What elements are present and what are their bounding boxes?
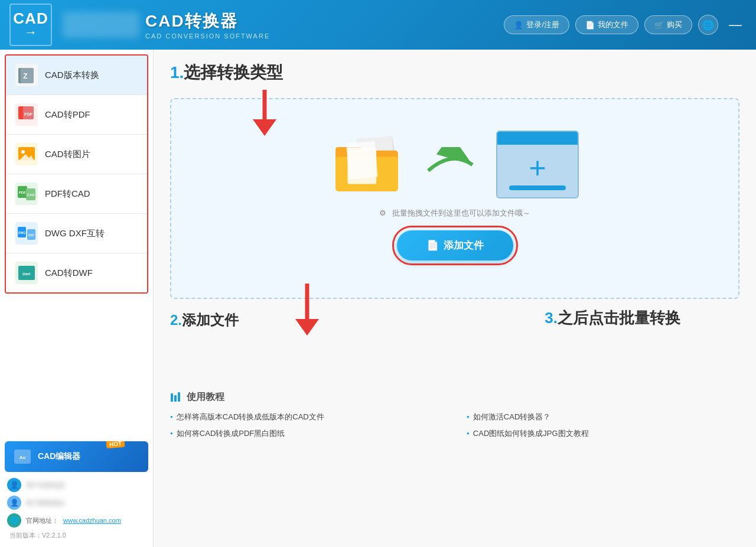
svg-text:DWG: DWG bbox=[18, 231, 25, 235]
tutorial-link-3[interactable]: CAD图纸如何转换成JPG图文教程 bbox=[467, 428, 739, 439]
to-pdf-icon: PDF bbox=[15, 103, 38, 126]
sidebar-info: 👤 用户名称信息 👤 电子邮箱地址 🌐 官网地址： www.cadzhuan.c… bbox=[5, 472, 148, 542]
my-files-button[interactable]: 📄 我的文件 bbox=[575, 15, 638, 34]
to-img-icon bbox=[15, 143, 38, 165]
svg-rect-33 bbox=[171, 393, 173, 402]
target-box: + bbox=[496, 131, 579, 198]
transfer-arrow-icon bbox=[425, 147, 478, 183]
tutorial-section: 使用教程 怎样将高版本CAD转换成低版本的CAD文件 如何激活CAD转换器？ 如… bbox=[170, 391, 739, 439]
globe-row: 🌐 官网地址： www.cadzhuan.com bbox=[7, 513, 146, 528]
from-pdf-icon: PDF CAD bbox=[15, 183, 38, 205]
to-dwf-label: CAD转DWF bbox=[45, 268, 93, 279]
svg-text:Z: Z bbox=[23, 72, 27, 80]
step1-text: 选择转换类型 bbox=[184, 63, 283, 82]
step-labels: 2.添加文件 3.之后点击批量转换 bbox=[170, 311, 739, 340]
tutorial-link-1[interactable]: 如何将CAD转换成PDF黑白图纸 bbox=[170, 428, 443, 439]
svg-text:PDF: PDF bbox=[24, 112, 33, 116]
user-name-blurred: 用户名称信息 bbox=[26, 481, 65, 490]
editor-banner[interactable]: HOT Au CAD编辑器 bbox=[5, 441, 148, 472]
dwg-dxf-icon: DWG DXF bbox=[15, 222, 38, 245]
arrow1-container bbox=[247, 90, 282, 137]
tutorial-links-grid: 怎样将高版本CAD转换成低版本的CAD文件 如何激活CAD转换器？ 如何将CAD… bbox=[170, 412, 739, 439]
add-file-button[interactable]: 📄 添加文件 bbox=[397, 230, 513, 261]
svg-text:PDF: PDF bbox=[19, 191, 26, 194]
login-register-button[interactable]: 👤 登录/注册 bbox=[504, 15, 569, 34]
dwg-dxf-label: DWG DXF互转 bbox=[45, 228, 105, 239]
user-avatar-icon: 👤 bbox=[7, 478, 21, 492]
logo-title-area: CAD转换器 CAD CONVERSION SOFTWARE bbox=[145, 10, 270, 40]
version-label: 当前版本：V2.2.1.0 bbox=[7, 531, 66, 540]
svg-point-7 bbox=[21, 150, 25, 154]
sidebar-bottom: HOT Au CAD编辑器 👤 用户名称信息 👤 电子邮箱地址 🌐 bbox=[0, 434, 153, 547]
to-pdf-label: CAD转PDF bbox=[45, 109, 90, 121]
step1-number: 1. bbox=[170, 63, 184, 82]
drop-zone-wrapper: + ⚙ 批量拖拽文件到这里也可以添加文件哦～ 📄 添加文件 bbox=[170, 98, 739, 299]
sidebar-item-to-img[interactable]: CAD转图片 bbox=[6, 135, 147, 174]
svg-rect-34 bbox=[174, 395, 177, 402]
target-plus-icon: + bbox=[529, 151, 546, 185]
sidebar-item-version[interactable]: Z CAD版本转换 bbox=[6, 56, 147, 95]
header-right-actions: 👤 登录/注册 📄 我的文件 🛒 购买 🌐 — bbox=[504, 15, 747, 35]
drop-hint-text: 批量拖拽文件到这里也可以添加文件哦～ bbox=[392, 209, 530, 217]
website-url[interactable]: www.cadzhuan.com bbox=[63, 517, 121, 524]
sidebar-item-dwg-dxf[interactable]: DWG DXF DWG DXF互转 bbox=[6, 214, 147, 253]
step2-title: 2.添加文件 bbox=[170, 312, 239, 328]
buy-button[interactable]: 🛒 购买 bbox=[644, 15, 692, 34]
svg-marker-22 bbox=[253, 119, 276, 136]
sidebar-item-to-dwf[interactable]: DWF CAD转DWF bbox=[6, 253, 147, 292]
main-layout: Z CAD版本转换 PDF CAD转PDF bbox=[0, 50, 756, 547]
step1-arrow-icon bbox=[247, 90, 282, 137]
login-label: 登录/注册 bbox=[526, 19, 559, 30]
editor-icon: Au bbox=[13, 447, 32, 466]
to-img-label: CAD转图片 bbox=[45, 149, 90, 160]
drop-hint: ⚙ 批量拖拽文件到这里也可以添加文件哦～ bbox=[379, 208, 530, 219]
target-box-header bbox=[497, 132, 578, 145]
logo-box: CAD → bbox=[9, 4, 52, 46]
avatar-row: 👤 电子邮箱地址 bbox=[7, 496, 146, 510]
svg-text:DWF: DWF bbox=[22, 272, 31, 276]
svg-rect-35 bbox=[178, 392, 180, 402]
tutorial-header-icon bbox=[170, 392, 182, 403]
cart-icon: 🛒 bbox=[654, 21, 664, 30]
website-label: 官网地址： bbox=[26, 516, 58, 525]
email-blurred: 电子邮箱地址 bbox=[26, 499, 65, 507]
sidebar-item-from-pdf[interactable]: PDF CAD PDF转CAD bbox=[6, 174, 147, 214]
editor-label: CAD编辑器 bbox=[38, 451, 80, 462]
target-box-bar bbox=[509, 185, 565, 190]
svg-text:Au: Au bbox=[19, 455, 26, 460]
drop-illustration: + bbox=[331, 131, 579, 198]
step3-label-container: 3.之后点击批量转换 bbox=[545, 308, 680, 328]
user-info-row: 👤 用户名称信息 bbox=[7, 478, 146, 492]
tutorial-title: 使用教程 bbox=[187, 391, 224, 403]
tutorial-link-2[interactable]: 如何激活CAD转换器？ bbox=[467, 412, 739, 422]
version-row: 当前版本：V2.2.1.0 bbox=[7, 531, 146, 540]
svg-rect-29 bbox=[346, 141, 378, 179]
minimize-button[interactable]: — bbox=[724, 17, 747, 32]
version-label: CAD版本转换 bbox=[45, 70, 99, 81]
app-subtitle: CAD CONVERSION SOFTWARE bbox=[145, 32, 270, 40]
step3-title: 3.之后点击批量转换 bbox=[545, 309, 680, 327]
sidebar-item-to-pdf[interactable]: PDF CAD转PDF bbox=[6, 95, 147, 135]
app-title: CAD转换器 bbox=[145, 10, 270, 32]
buy-label: 购买 bbox=[667, 19, 682, 30]
hot-badge: HOT bbox=[106, 441, 125, 448]
folder-icon bbox=[331, 132, 408, 197]
sidebar: Z CAD版本转换 PDF CAD转PDF bbox=[0, 50, 154, 547]
person-icon: 👤 bbox=[7, 496, 21, 510]
logo-area: CAD → CAD转换器 CAD CONVERSION SOFTWARE bbox=[9, 4, 270, 46]
step3-text: 之后点击批量转换 bbox=[558, 309, 680, 327]
app-header: CAD → CAD转换器 CAD CONVERSION SOFTWARE 👤 登… bbox=[0, 0, 756, 50]
logo-cad-text: CAD bbox=[13, 11, 48, 26]
user-icon: 👤 bbox=[514, 21, 523, 30]
version-icon: Z bbox=[15, 64, 38, 86]
tutorial-link-0[interactable]: 怎样将高版本CAD转换成低版本的CAD文件 bbox=[170, 412, 443, 422]
to-dwf-icon: DWF bbox=[15, 262, 38, 284]
logo-arrow-icon: → bbox=[24, 26, 37, 39]
files-icon: 📄 bbox=[585, 21, 595, 30]
svg-text:CAD: CAD bbox=[27, 193, 35, 197]
main-content: 1.选择转换类型 bbox=[154, 50, 756, 547]
website-icon: 🌐 bbox=[7, 513, 21, 528]
logo-blurred-image bbox=[63, 12, 139, 38]
globe-button[interactable]: 🌐 bbox=[698, 15, 718, 35]
globe-icon: 🌐 bbox=[702, 19, 714, 31]
